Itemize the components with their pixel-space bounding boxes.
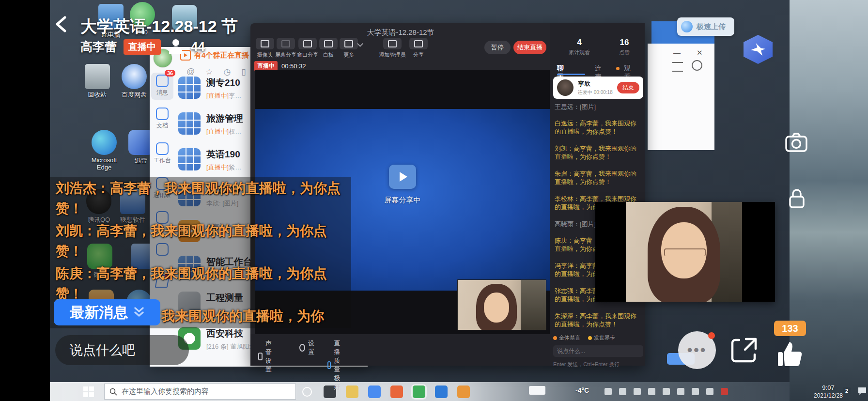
clock-date: 2021/12/28 xyxy=(802,392,855,400)
back-icon xyxy=(52,15,71,34)
glyph xyxy=(388,40,397,47)
gear-icon[interactable] xyxy=(692,60,702,71)
taskbar-chrome-icon[interactable] xyxy=(368,386,381,398)
stat-value: 4 xyxy=(564,38,594,47)
bottombar-mic[interactable]: 声音设置 xyxy=(258,339,275,374)
start-button[interactable] xyxy=(83,386,94,397)
tray-volume-icon[interactable] xyxy=(692,388,699,395)
end-mic-button[interactable]: 结束 xyxy=(617,82,639,93)
mic-member-card[interactable]: 李欣 连麦中 00:00:18 结束 xyxy=(553,77,643,99)
history-icon[interactable]: ◷ xyxy=(224,67,231,77)
live-timer: 00:50:32 xyxy=(281,62,306,70)
tray-camera-tray-icon[interactable] xyxy=(634,388,641,395)
stat-label: 点赞 xyxy=(609,49,639,56)
glasses xyxy=(664,248,706,256)
viewer-count[interactable]: 44 xyxy=(191,39,205,54)
overlay-comment: 刘凯：高李蕾，我来围观你的直播啦，为你点赞！ xyxy=(50,220,351,262)
glyph xyxy=(261,40,269,47)
overlay-comment: 刘浩杰：高李蕾，我来围观你的直播啦，为你点赞！ xyxy=(50,177,351,220)
tray-network-icon[interactable] xyxy=(677,388,684,395)
desktop-icon-回收站[interactable]: 回收站 xyxy=(78,64,116,99)
person-icon xyxy=(168,39,184,55)
desktop-icon-label: 百度网盘 xyxy=(115,91,153,99)
end-live-button[interactable]: 结束直播 xyxy=(513,41,546,54)
desktop-icon-Microsoft Edge[interactable]: Microsoft Edge xyxy=(85,130,123,171)
toolbar-more-grid-button[interactable]: 更多 xyxy=(335,38,362,59)
app-icon xyxy=(122,64,147,89)
capture-button[interactable] xyxy=(785,132,808,154)
mic-icon xyxy=(258,353,263,360)
bgwin-close-icon[interactable]: ✕ xyxy=(697,48,703,57)
sidebar-item-消息[interactable]: 36消息 xyxy=(151,73,173,100)
tray-tray-chevron-icon[interactable] xyxy=(604,388,612,395)
pause-button[interactable]: 暂停 xyxy=(484,41,511,54)
glyph xyxy=(324,40,333,47)
group-name: 英语190 xyxy=(206,148,241,161)
back-button[interactable] xyxy=(52,15,71,34)
tray-pen-icon[interactable] xyxy=(619,388,626,395)
sidebar-item-工作台[interactable]: 工作台 xyxy=(151,142,173,165)
group-text: 旅游管理[直播中]权… xyxy=(206,112,243,136)
glyph xyxy=(344,40,353,47)
panel-chat-input[interactable]: 说点什么... xyxy=(553,345,643,357)
taskbar-edge-icon[interactable] xyxy=(435,386,448,398)
chat-message: 朱深深：高李蕾，我来围观你的直播啦，为你点赞！ xyxy=(555,312,641,329)
toolbar-share-out-button[interactable]: 分享 xyxy=(405,38,432,59)
streamer-name: 高李蕾 xyxy=(80,39,117,55)
stat-value: 16 xyxy=(609,38,639,47)
taskbar-active-app-icon[interactable] xyxy=(413,386,425,398)
weiyun-upload-pill[interactable]: 极速上传 xyxy=(677,17,734,36)
comment-input[interactable]: 说点什么吧 xyxy=(55,335,189,365)
world-card-toggle[interactable]: 发世界卡 xyxy=(588,334,615,341)
stat-likes: 16点赞 xyxy=(609,38,639,56)
bottombar-quality[interactable]: 直播质量极好 xyxy=(327,339,344,391)
taskbar-folder-icon[interactable] xyxy=(346,386,358,398)
bgwin-minimize-icon[interactable]: — xyxy=(673,48,681,57)
taskbar-search-input[interactable]: 在这里输入你要搜索的内容 xyxy=(104,384,296,400)
webcam-overlay-large[interactable] xyxy=(595,202,775,302)
qq-quick-icons: @ ☆ ◷ ▯ xyxy=(186,67,246,77)
desktop-icon-百度网盘[interactable]: 百度网盘 xyxy=(115,64,153,99)
mention-icon[interactable]: @ xyxy=(186,67,195,77)
temperature-label[interactable]: -4°C xyxy=(575,386,589,394)
toggle-dot-icon xyxy=(553,336,557,340)
like-button[interactable] xyxy=(775,339,806,368)
group-avatar xyxy=(178,148,201,170)
quality-icon xyxy=(327,361,331,369)
tray-grid-icon[interactable] xyxy=(648,388,655,395)
thumbs-up-icon xyxy=(775,339,806,368)
active-tab-underline xyxy=(557,74,585,75)
group-text: 英语190[直播中]紧… xyxy=(206,148,241,172)
star-icon[interactable]: ☆ xyxy=(205,67,213,77)
taskbar-app-icon[interactable] xyxy=(457,386,470,398)
taskbar-firefox-icon[interactable] xyxy=(390,386,403,398)
desktop-icon-label: Microsoft Edge xyxy=(85,156,123,171)
screen-share-dialog: 屏幕分享中 xyxy=(375,165,430,218)
sidebar-item-文档[interactable]: 文档 xyxy=(151,108,173,130)
bottombar-gear[interactable]: 设置 xyxy=(299,339,316,356)
stream-panel-bottom: 全体禁言 发世界卡 说点什么... Enter 发送，Ctrl+Enter 换行 xyxy=(553,334,643,368)
taskbar-clock[interactable]: 9:07 2021/12/28 xyxy=(802,384,855,400)
toolbar-admin-button[interactable]: 添加管理员 xyxy=(379,38,406,59)
app-icon xyxy=(85,64,110,89)
latest-messages-button[interactable]: 最新消息 xyxy=(54,299,160,325)
screen-share-button[interactable] xyxy=(728,334,760,366)
webcam-preview-small[interactable] xyxy=(457,279,546,330)
tray-battery-icon[interactable] xyxy=(663,388,670,395)
screen-share-icon xyxy=(389,165,416,189)
filter-search-icon[interactable] xyxy=(672,62,683,72)
desktop-icon-label: 回收站 xyxy=(78,91,116,99)
window-share-icon xyxy=(298,38,317,49)
glyph xyxy=(281,40,290,47)
phone-icon[interactable]: ▯ xyxy=(241,67,246,77)
app-icon xyxy=(92,130,117,155)
glyph xyxy=(303,40,312,47)
lock-button[interactable] xyxy=(788,188,806,209)
mute-toggle[interactable]: 全体禁言 xyxy=(553,334,580,341)
tray-sogou-icon[interactable] xyxy=(721,388,728,395)
glyph xyxy=(414,40,423,47)
group-avatar xyxy=(178,77,201,99)
group-name: 测专210 xyxy=(206,77,241,89)
cortana-icon[interactable] xyxy=(302,387,312,397)
tray-keyboard-icon[interactable] xyxy=(706,388,713,395)
